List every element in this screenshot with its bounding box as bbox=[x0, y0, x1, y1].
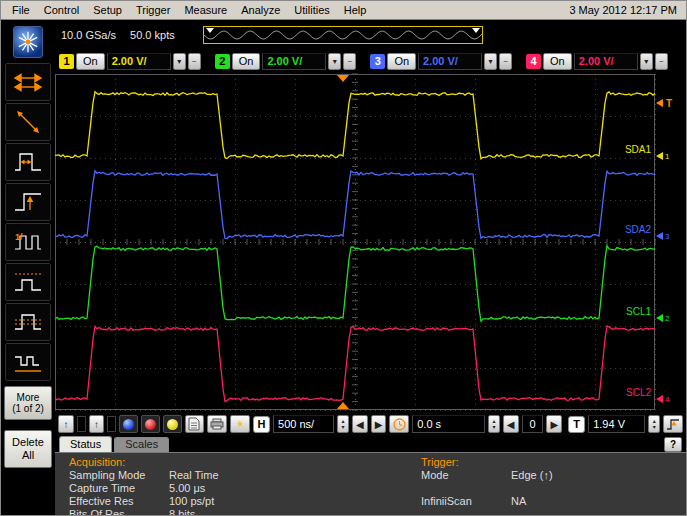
marker-a-up-button[interactable]: ↑ bbox=[58, 415, 74, 433]
channel-1-menu-button[interactable]: ▾ bbox=[173, 53, 186, 70]
delay-clock-button[interactable] bbox=[389, 415, 409, 433]
timeline-overview[interactable] bbox=[203, 26, 483, 44]
menu-file[interactable]: File bbox=[5, 2, 37, 18]
oscilloscope-window: File Control Setup Trigger Measure Analy… bbox=[0, 0, 687, 516]
channel-1-on-button[interactable]: On bbox=[76, 53, 105, 70]
runt-trigger-button[interactable] bbox=[5, 263, 51, 301]
tab-status[interactable]: Status bbox=[59, 436, 112, 452]
timebase-stepper[interactable]: ▴ ▾ bbox=[337, 415, 349, 433]
status-label: Sampling Mode bbox=[69, 469, 169, 482]
menu-help[interactable]: Help bbox=[337, 2, 374, 18]
channel-2-menu-button[interactable]: ▾ bbox=[328, 53, 341, 70]
blue-marker-button[interactable] bbox=[119, 415, 138, 433]
channel-4-menu-button[interactable]: ▾ bbox=[640, 53, 653, 70]
channel-2-badge[interactable]: 2 bbox=[215, 54, 230, 69]
status-panel: Status Scales ? Acquisition: Sampling Mo… bbox=[55, 436, 686, 515]
channel-controls-row: 1 On 2.00 V/ ▾ ~ 2 On 2.00 V/ ▾ ~ 3 On 2… bbox=[55, 50, 686, 72]
tab-scales[interactable]: Scales bbox=[114, 437, 169, 452]
menu-analyze[interactable]: Analyze bbox=[234, 2, 287, 18]
nav-prev-button[interactable]: ◀ bbox=[503, 415, 519, 433]
pan-right-button[interactable]: ▶ bbox=[371, 415, 387, 433]
status-label: Bits Of Res bbox=[69, 508, 169, 516]
menu-control[interactable]: Control bbox=[37, 2, 86, 18]
ground-marker-icon[interactable] bbox=[656, 395, 663, 403]
status-label: Capture Time bbox=[69, 482, 169, 495]
trigger-badge: T bbox=[568, 416, 585, 433]
channel-1-coupling-button[interactable]: ~ bbox=[188, 53, 201, 70]
channel-3-coupling-button[interactable]: ~ bbox=[499, 53, 512, 70]
menu-measure[interactable]: Measure bbox=[177, 2, 234, 18]
channel-2-scale-display[interactable]: 2.00 V/ bbox=[262, 53, 326, 70]
delay-stepper[interactable]: ▴ ▾ bbox=[488, 415, 500, 433]
brightness-button[interactable]: ☀ bbox=[230, 415, 250, 433]
help-button[interactable]: ? bbox=[664, 437, 682, 452]
menu-setup[interactable]: Setup bbox=[86, 2, 129, 18]
acquisition-status-column: Acquisition: Sampling ModeReal Time Capt… bbox=[69, 456, 421, 516]
delete-label: Delete bbox=[12, 436, 44, 449]
clock-icon bbox=[393, 418, 406, 431]
print-button[interactable] bbox=[207, 415, 227, 433]
horizontal-position-button[interactable] bbox=[5, 63, 51, 101]
nth-edge-trigger-button[interactable]: 1/ bbox=[5, 223, 51, 261]
acquisition-info-row: 10.0 GSa/s 50.0 kpts bbox=[55, 20, 686, 50]
ground-marker-icon[interactable] bbox=[656, 314, 663, 322]
channel-3-scale-display[interactable]: 2.00 V/ bbox=[418, 53, 482, 70]
scope-display: SDA11SDA23SCL12SCL24T bbox=[55, 72, 686, 412]
pan-left-button[interactable]: ◀ bbox=[352, 415, 368, 433]
channel-4-badge[interactable]: 4 bbox=[526, 54, 541, 69]
ground-marker-number: 1 bbox=[665, 152, 670, 161]
printer-icon bbox=[210, 418, 224, 430]
red-marker-button[interactable] bbox=[141, 415, 160, 433]
yellow-marker-button[interactable] bbox=[163, 415, 182, 433]
trace-label-SDA1: SDA1 bbox=[625, 144, 652, 155]
status-tab-row: Status Scales ? bbox=[55, 436, 686, 452]
trigger-slope-button[interactable] bbox=[663, 415, 683, 433]
trigger-level-stepper[interactable]: ▴ ▾ bbox=[648, 415, 660, 433]
channel-1-badge[interactable]: 1 bbox=[59, 54, 74, 69]
trigger-time-marker-top-icon[interactable] bbox=[337, 75, 349, 82]
channel-3-badge[interactable]: 3 bbox=[370, 54, 385, 69]
menu-trigger[interactable]: Trigger bbox=[129, 2, 177, 18]
channel-2-coupling-button[interactable]: ~ bbox=[343, 53, 356, 70]
marker-b-up-button[interactable]: ↑ bbox=[89, 415, 105, 433]
channel-2-on-button[interactable]: On bbox=[232, 53, 261, 70]
waveform-graticule: SDA11SDA23SCL12SCL24T bbox=[55, 72, 686, 412]
ground-marker-icon[interactable] bbox=[656, 152, 663, 160]
svg-text:1/: 1/ bbox=[15, 232, 23, 242]
trigger-time-marker-bottom-icon[interactable] bbox=[337, 402, 349, 409]
memory-depth-readout: 50.0 kpts bbox=[130, 29, 175, 41]
document-icon bbox=[188, 417, 200, 431]
trigger-level-label: T bbox=[666, 98, 672, 109]
pattern-trigger-button[interactable] bbox=[5, 343, 51, 381]
waveform-save-button[interactable] bbox=[185, 415, 205, 433]
channel-4-on-button[interactable]: On bbox=[543, 53, 572, 70]
trigger-level-marker-icon[interactable] bbox=[656, 99, 663, 107]
channel-4-coupling-button[interactable]: ~ bbox=[655, 53, 668, 70]
nav-next-button[interactable]: ▶ bbox=[546, 415, 562, 433]
ground-marker-number: 2 bbox=[665, 314, 670, 323]
channel-3-menu-button[interactable]: ▾ bbox=[484, 53, 497, 70]
menu-utilities[interactable]: Utilities bbox=[287, 2, 336, 18]
channel-1-scale-display[interactable]: 2.00 V/ bbox=[107, 53, 171, 70]
channel-3-controls: 3 On 2.00 V/ ▾ ~ bbox=[370, 53, 512, 70]
slope-trigger-button[interactable] bbox=[5, 103, 51, 141]
trigger-level-display[interactable]: 1.94 V bbox=[588, 415, 645, 433]
ground-marker-icon[interactable] bbox=[656, 232, 663, 240]
nth-edge-trigger-icon: 1/ bbox=[13, 229, 43, 255]
channel-3-on-button[interactable]: On bbox=[387, 53, 416, 70]
pulse-width-trigger-button[interactable] bbox=[5, 143, 51, 181]
status-content: Acquisition: Sampling ModeReal Time Capt… bbox=[55, 452, 686, 516]
marker-a-display bbox=[77, 416, 86, 432]
nav-index-display: 0 bbox=[522, 415, 544, 433]
more-button[interactable]: More (1 of 2) bbox=[4, 386, 52, 420]
window-trigger-button[interactable] bbox=[5, 303, 51, 341]
edge-trigger-button[interactable] bbox=[5, 183, 51, 221]
channel-4-scale-display[interactable]: 2.00 V/ bbox=[574, 53, 638, 70]
more-label: More bbox=[17, 392, 40, 403]
delete-all-button[interactable]: Delete All bbox=[4, 430, 52, 468]
timebase-display[interactable]: 500 ns/ bbox=[273, 415, 334, 433]
horizontal-arrows-icon bbox=[13, 69, 43, 95]
spin-down-icon: ▾ bbox=[341, 424, 344, 430]
delay-display[interactable]: 0.0 s bbox=[412, 415, 485, 433]
spin-down-icon: ▾ bbox=[492, 424, 495, 430]
